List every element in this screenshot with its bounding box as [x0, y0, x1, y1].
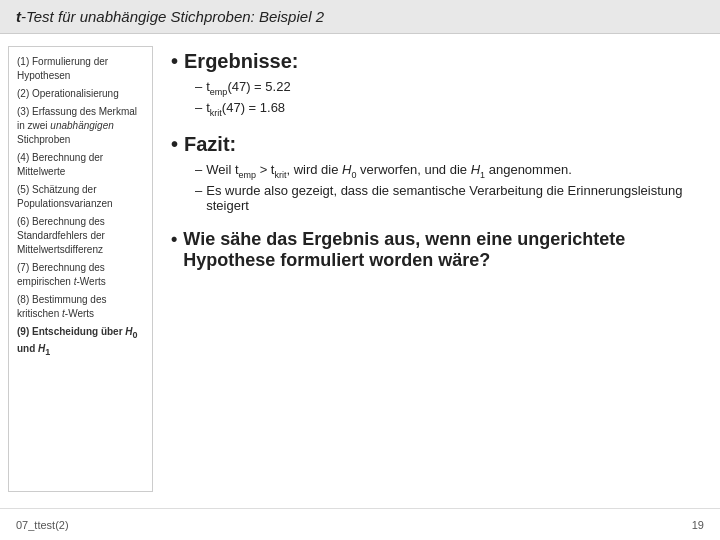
sidebar-item-1: (1) Formulierung der Hypothesen: [17, 55, 144, 83]
footer-left: 07_ttest(2): [16, 519, 69, 531]
heading-fazit: Fazit:: [171, 133, 704, 156]
ergebnisse-bullet-1: temp(47) = 5.22: [195, 79, 704, 97]
sidebar: (1) Formulierung der Hypothesen (2) Oper…: [8, 46, 153, 492]
ergebnisse-bullet-2: tkrit(47) = 1.68: [195, 100, 704, 118]
heading-ergebnisse: Ergebnisse:: [171, 50, 704, 73]
footer-right: 19: [692, 519, 704, 531]
section-fazit: Fazit: Weil temp > tkrit, wird die H0 ve…: [171, 133, 704, 213]
title-bar: t-Test für unabhängige Stichproben: Beis…: [0, 0, 720, 34]
sidebar-item-2: (2) Operationalisierung: [17, 87, 144, 101]
content-area: Ergebnisse: temp(47) = 5.22 tkrit(47) = …: [163, 46, 712, 492]
section-wie: Wie sähe das Ergebnis aus, wenn eine ung…: [171, 229, 704, 271]
sidebar-item-9: (9) Entscheidung über H0 und H1: [17, 325, 144, 358]
sidebar-item-8: (8) Bestimmung des kritischen t-Werts: [17, 293, 144, 321]
sidebar-item-7: (7) Berechnung des empirischen t-Werts: [17, 261, 144, 289]
section-ergebnisse: Ergebnisse: temp(47) = 5.22 tkrit(47) = …: [171, 50, 704, 117]
sidebar-item-3: (3) Erfassung des Merkmal in zwei unabhä…: [17, 105, 144, 147]
footer: 07_ttest(2) 19: [0, 508, 720, 540]
title-text: t-Test für unabhängige Stichproben: Beis…: [16, 8, 324, 25]
main-content: (1) Formulierung der Hypothesen (2) Oper…: [0, 34, 720, 500]
heading-wie: Wie sähe das Ergebnis aus, wenn eine ung…: [171, 229, 704, 271]
fazit-bullet-2: Es wurde also gezeigt, dass die semantis…: [195, 183, 704, 213]
sidebar-item-6: (6) Berechnung des Standardfehlers der M…: [17, 215, 144, 257]
sidebar-item-4: (4) Berechnung der Mittelwerte: [17, 151, 144, 179]
sidebar-item-5: (5) Schätzung der Populations­varianzen: [17, 183, 144, 211]
fazit-bullet-1: Weil temp > tkrit, wird die H0 verworfen…: [195, 162, 704, 180]
